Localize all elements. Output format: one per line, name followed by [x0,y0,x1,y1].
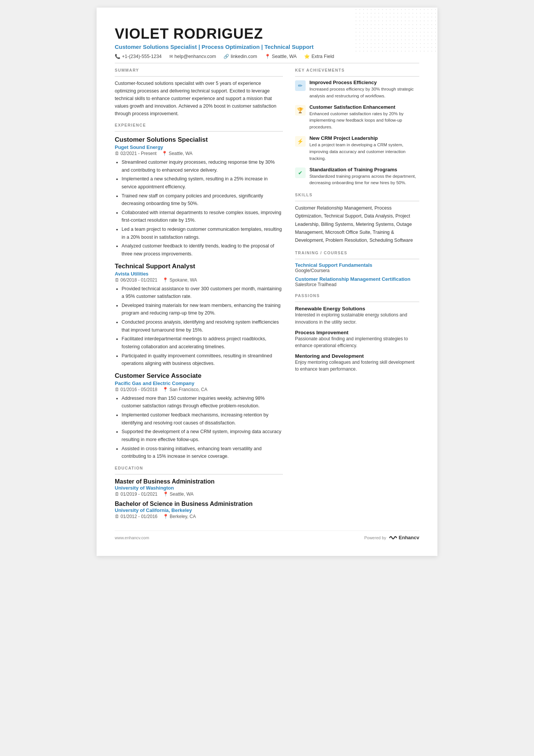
passions-label: PASSIONS [295,293,419,298]
achievements-divider [295,76,419,77]
passion-1-title: Renewable Energy Solutions [295,306,419,311]
edu-2-degree: Bachelor of Science in Business Administ… [115,501,283,507]
achievement-3-text: New CRM Project Leadership Led a project… [309,135,419,162]
job-1-title: Customer Solutions Specialist [115,136,283,144]
candidate-name: VIOLET RODRIGUEZ [115,26,419,42]
achievement-3: ⚡ New CRM Project Leadership Led a proje… [295,135,419,162]
achievement-2-icon: 🏆 [295,105,306,116]
achievement-2-desc: Enhanced customer satisfaction rates by … [309,111,419,131]
list-item: Analyzed customer feedback to identify t… [122,242,283,258]
list-item: Supported the development of a new CRM s… [122,428,283,443]
list-item: Addressed more than 150 customer inquiri… [122,394,283,410]
list-item: Implemented customer feedback mechanisms… [122,411,283,427]
passion-1: Renewable Energy Solutions Interested in… [295,306,419,326]
resume-page: VIOLET RODRIGUEZ Customer Solutions Spec… [97,8,437,556]
right-column: KEY ACHIEVEMENTS ✏ Improved Process Effi… [295,68,419,519]
passion-1-desc: Interested in exploring sustainable ener… [295,311,419,326]
course-2-title: Customer Relationship Management Certifi… [295,276,419,282]
list-item: Participated in quality improvement comm… [122,352,283,368]
achievement-3-icon: ⚡ [295,136,306,147]
job-3-company: Pacific Gas and Electric Company [115,380,283,386]
course-2-source: Salesforce Trailhead [295,282,419,287]
course-2: Customer Relationship Management Certifi… [295,276,419,287]
course-1-source: Google/Coursera [295,268,419,273]
education-divider [115,474,283,474]
job-2-company: Avista Utilities [115,271,283,277]
powered-by-text: Powered by [364,535,386,540]
achievement-2-title: Customer Satisfaction Enhancement [309,104,419,110]
footer-brand: Powered by Enhancv [364,535,419,541]
header-section: VIOLET RODRIGUEZ Customer Solutions Spec… [115,26,419,59]
experience-label: EXPERIENCE [115,123,283,127]
left-column: SUMMARY Customer-focused solutions speci… [115,68,283,519]
summary-label: SUMMARY [115,68,283,72]
job-2-dates: 🗓 06/2018 - 01/2021 [115,277,157,283]
achievement-2: 🏆 Customer Satisfaction Enhancement Enha… [295,104,419,131]
main-content: SUMMARY Customer-focused solutions speci… [115,68,419,519]
summary-divider [115,76,283,77]
job-2-location: 📍 Spokane, WA [162,277,197,283]
star-icon: ⭐ [304,54,310,59]
edu-1-meta: 🗓 01/2019 - 01/2021 📍 Seattle, WA [115,491,283,497]
achievements-label: KEY ACHIEVEMENTS [295,68,419,72]
edu-1-degree: Master of Business Administration [115,478,283,485]
footer: www.enhancv.com Powered by Enhancv [115,531,419,541]
experience-divider [115,131,283,131]
job-3-location: 📍 San Francisco, CA [162,387,207,392]
edu-2-school: University of California, Berkeley [115,507,283,513]
edu-1-location: 📍 Seattle, WA [163,491,194,497]
list-item: Streamlined customer inquiry processes, … [122,158,283,174]
edu-2-dates: 🗓 01/2012 - 01/2016 [115,514,158,519]
job-3-bullets: Addressed more than 150 customer inquiri… [115,394,283,460]
achievement-1-text: Improved Process Efficiency Increased pr… [309,80,419,100]
list-item: Provided technical assistance to over 30… [122,285,283,301]
achievement-1: ✏ Improved Process Efficiency Increased … [295,80,419,100]
job-3-title: Customer Service Associate [115,372,283,380]
training-divider [295,259,419,259]
calendar-icon-3: 🗓 [115,387,119,392]
job-1-meta: 🗓 02/2021 - Present 📍 Seattle, WA [115,151,283,156]
location-icon-2: 📍 [162,277,168,283]
passion-3-desc: Enjoy mentoring colleagues and fostering… [295,359,419,373]
achievement-4: ✔ Standardization of Training Programs S… [295,167,419,187]
job-3-dates: 🗓 01/2016 - 05/2018 [115,387,157,392]
edu-1-school: University of Washington [115,485,283,491]
achievement-1-title: Improved Process Efficiency [309,80,419,85]
contact-email: ✉ help@enhancv.com [169,54,216,59]
edu-1-dates: 🗓 01/2019 - 01/2021 [115,491,158,497]
linkedin-icon: 🔗 [223,54,229,59]
achievement-2-text: Customer Satisfaction Enhancement Enhanc… [309,104,419,131]
course-1: Technical Support Fundamentals Google/Co… [295,262,419,273]
passion-2-title: Process Improvement [295,330,419,335]
job-1-location: 📍 Seattle, WA [162,151,192,156]
job-1-bullets: Streamlined customer inquiry processes, … [115,158,283,258]
list-item: Implemented a new scheduling system, res… [122,175,283,191]
skills-divider [295,201,419,201]
job-2: Technical Support Analyst Avista Utiliti… [115,263,283,368]
contact-info: 📞 +1-(234)-555-1234 ✉ help@enhancv.com 🔗… [115,54,419,59]
location-icon-edu1: 📍 [163,491,169,497]
passion-3-title: Mentoring and Development [295,353,419,359]
achievement-1-desc: Increased process efficiency by 30% thro… [309,86,419,100]
summary-text: Customer-focused solutions specialist wi… [115,80,283,117]
achievement-1-icon: ✏ [295,80,306,91]
list-item: Conducted process analysis, identifying … [122,318,283,334]
job-2-title: Technical Support Analyst [115,263,283,270]
achievement-4-icon: ✔ [295,167,306,178]
edu-2-meta: 🗓 01/2012 - 01/2016 📍 Berkeley, CA [115,514,283,519]
job-1: Customer Solutions Specialist Puget Soun… [115,136,283,258]
passion-2: Process Improvement Passionate about fin… [295,330,419,349]
job-2-bullets: Provided technical assistance to over 30… [115,285,283,368]
contact-extra: ⭐ Extra Field [304,54,334,59]
calendar-icon-edu2: 🗓 [115,514,119,519]
skills-text: Customer Relationship Management, Proces… [295,204,419,244]
job-2-meta: 🗓 06/2018 - 01/2021 📍 Spokane, WA [115,277,283,283]
job-3: Customer Service Associate Pacific Gas a… [115,372,283,460]
calendar-icon-2: 🗓 [115,277,119,283]
phone-icon: 📞 [115,54,120,59]
location-icon-3: 📍 [162,387,168,392]
calendar-icon-1: 🗓 [115,151,119,156]
job-3-meta: 🗓 01/2016 - 05/2018 📍 San Francisco, CA [115,387,283,392]
email-icon: ✉ [169,54,173,59]
edu-2-location: 📍 Berkeley, CA [163,514,196,519]
